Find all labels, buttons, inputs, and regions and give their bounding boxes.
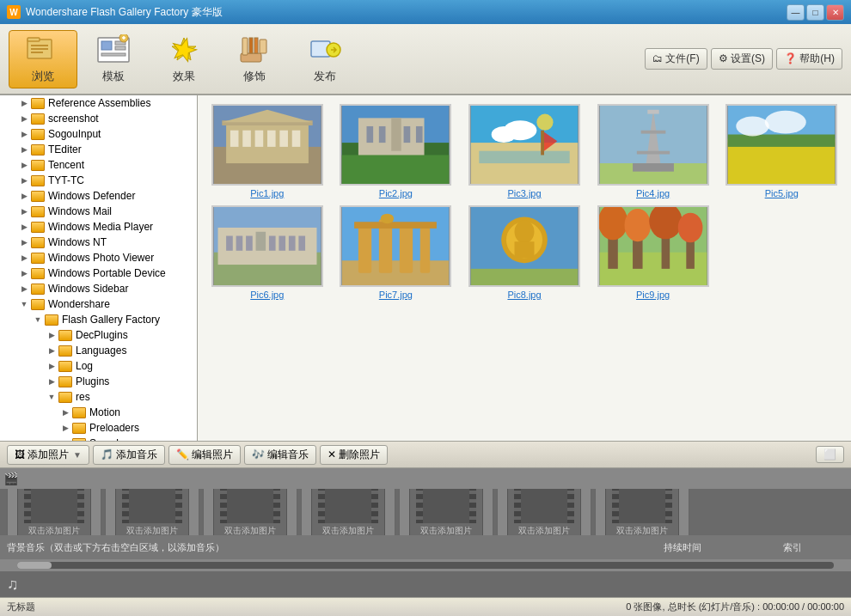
settings-menu-button[interactable]: ⚙ 设置(S): [711, 48, 773, 70]
tree-item[interactable]: ▶Windows NT: [0, 235, 197, 250]
tree-item[interactable]: ▼Wondershare: [0, 296, 197, 312]
tree-expander[interactable]: ▶: [58, 406, 72, 419]
tree-expander[interactable]: ▶: [17, 235, 31, 249]
timeline-slot[interactable]: 双击添加图片: [105, 489, 199, 535]
window-controls: — □ ✕: [787, 4, 844, 21]
delete-photo-button[interactable]: ✕ 删除照片: [320, 445, 388, 465]
maximize-button[interactable]: □: [806, 4, 824, 21]
tree-item[interactable]: ▶Plugins: [0, 374, 197, 389]
tree-expander[interactable]: ▶: [17, 251, 31, 265]
photo-label: Pic8.jpg: [507, 290, 541, 300]
tree-item[interactable]: ▶Log: [0, 358, 197, 374]
photo-item[interactable]: Pic2.jpg: [335, 104, 457, 198]
svg-rect-35: [379, 126, 386, 143]
photo-item[interactable]: Pic8.jpg: [463, 205, 585, 300]
folder-icon: [31, 129, 45, 140]
tree-item[interactable]: ▼res: [0, 389, 197, 405]
photo-item[interactable]: Pic7.jpg: [335, 205, 457, 300]
tree-expander[interactable]: ▶: [17, 112, 31, 125]
photo-item[interactable]: Pic9.jpg: [592, 205, 714, 300]
tree-expander[interactable]: ▼: [45, 390, 58, 404]
tree-item[interactable]: ▶Windows Mail: [0, 204, 197, 219]
timeline-slot[interactable]: 双击添加图片: [203, 489, 297, 535]
tree-item[interactable]: ▶Languages: [0, 343, 197, 358]
tree-item-label: Languages: [76, 345, 126, 357]
publish-button[interactable]: 发布: [291, 30, 359, 88]
tree-item[interactable]: ▶TEditer: [0, 142, 197, 157]
svg-point-94: [677, 213, 702, 242]
file-tree-panel: ▶Reference Assemblies▶screenshot▶SogouIn…: [0, 95, 198, 441]
tree-expander[interactable]: ▶: [17, 204, 31, 218]
tree-item[interactable]: ▶Reference Assemblies: [0, 95, 197, 111]
svg-point-58: [737, 116, 769, 136]
timeline-scrollbar[interactable]: [17, 562, 834, 569]
photo-item[interactable]: Pic5.jpg: [720, 104, 842, 198]
timeline-slot[interactable]: 双击添加图片: [497, 489, 591, 535]
tree-expander[interactable]: ▼: [31, 313, 45, 326]
tree-expander[interactable]: ▶: [17, 282, 31, 296]
tree-item[interactable]: ▶Windows Defender: [0, 188, 197, 204]
decorate-button[interactable]: 修饰: [220, 30, 289, 88]
tree-item[interactable]: ▶Preloaders: [0, 420, 197, 436]
tree-item[interactable]: ▶Windows Portable Device: [0, 265, 197, 281]
app-icon: W: [7, 5, 21, 19]
timeline-slot[interactable]: 双击添加图片: [7, 489, 101, 535]
tree-item[interactable]: ▶screenshot: [0, 111, 197, 126]
tree-expander[interactable]: ▶: [17, 189, 31, 203]
add-photo-button[interactable]: 🖼 添加照片 ▼: [7, 445, 89, 465]
timeline-toggle-button[interactable]: ⬜: [816, 446, 844, 463]
svg-point-82: [514, 220, 534, 243]
tree-expander[interactable]: ▶: [17, 127, 31, 141]
edit-photo-button[interactable]: ✏️ 编辑照片: [168, 445, 241, 465]
add-music-button[interactable]: 🎵 添加音乐: [93, 445, 165, 465]
tree-expander[interactable]: ▶: [58, 421, 72, 435]
tree-item[interactable]: ▼Flash Gallery Factory: [0, 312, 197, 327]
help-menu-button[interactable]: ❓ 帮助(H): [776, 48, 842, 70]
template-button[interactable]: 模板: [79, 30, 148, 88]
slot-text: 双击添加图片: [223, 523, 278, 535]
close-button[interactable]: ✕: [826, 4, 844, 21]
tree-expander[interactable]: ▶: [17, 266, 31, 280]
timeline-area: 🎬 双击添加图片 双击添加图片 双击添加图片 双击添加图片: [0, 468, 851, 597]
tree-item[interactable]: ▶Windows Media Player: [0, 219, 197, 235]
folder-icon: [58, 330, 72, 341]
effect-button[interactable]: 效果: [150, 30, 218, 88]
timeline-scrollbar-area[interactable]: [0, 559, 851, 571]
tree-item[interactable]: ▶Windows Photo Viewer: [0, 250, 197, 265]
tree-item-label: Wondershare: [48, 298, 110, 310]
tree-item[interactable]: ▶DecPlugins: [0, 327, 197, 343]
tree-item[interactable]: ▶Tencent: [0, 157, 197, 173]
edit-music-button[interactable]: 🎶 编辑音乐: [244, 445, 316, 465]
tree-expander[interactable]: ▶: [45, 375, 58, 388]
minimize-button[interactable]: —: [787, 4, 805, 21]
timeline-slot[interactable]: 双击添加图片: [301, 489, 395, 535]
folder-icon: [31, 237, 45, 248]
tree-item[interactable]: ▶TYT-TC: [0, 173, 197, 188]
tree-expander[interactable]: ▶: [45, 344, 58, 357]
tree-expander[interactable]: ▶: [17, 220, 31, 234]
folder-icon: [31, 191, 45, 202]
music-bar: 背景音乐（双击或下方右击空白区域，以添加音乐） 持续时间 索引: [0, 535, 851, 559]
tree-expander[interactable]: ▶: [17, 158, 31, 172]
file-menu-button[interactable]: 🗂 文件(F): [645, 48, 707, 70]
effect-label: 效果: [173, 69, 195, 84]
tree-item[interactable]: ▶Motion: [0, 405, 197, 420]
tree-expander[interactable]: ▶: [45, 328, 58, 342]
photo-item[interactable]: Pic6.jpg: [206, 205, 328, 300]
tree-expander[interactable]: ▶: [17, 143, 31, 156]
slot-text: 双击添加图片: [615, 523, 670, 535]
timeline-scroll-thumb[interactable]: [17, 562, 52, 569]
tree-item[interactable]: ▶Windows Sidebar: [0, 281, 197, 296]
tree-item-label: Windows Defender: [48, 190, 135, 202]
timeline-slot[interactable]: 双击添加图片: [595, 489, 689, 535]
photo-item[interactable]: Pic4.jpg: [592, 104, 714, 198]
photo-item[interactable]: Pic3.jpg: [463, 104, 585, 198]
browse-button[interactable]: 浏览: [9, 30, 77, 88]
tree-item[interactable]: ▶SogouInput: [0, 126, 197, 142]
timeline-slot[interactable]: 双击添加图片: [399, 489, 493, 535]
tree-expander[interactable]: ▶: [17, 96, 31, 110]
tree-expander[interactable]: ▼: [17, 297, 31, 311]
tree-expander[interactable]: ▶: [17, 174, 31, 187]
tree-expander[interactable]: ▶: [45, 359, 58, 373]
photo-item[interactable]: Pic1.jpg: [206, 104, 328, 198]
